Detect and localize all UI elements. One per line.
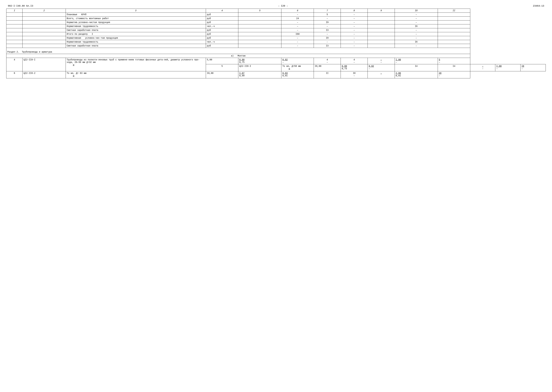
r11-c1: 5 <box>206 64 238 71</box>
r5-c3: Сметная заработная плата <box>66 28 206 32</box>
r7-c11 <box>438 36 470 40</box>
row-planovye: Плановые НУЧП руб – 5 – – <box>7 13 546 17</box>
main-table: I 2 3 4 5 6 7 8 9 IO II Плановые НУЧП ру… <box>6 9 546 78</box>
header-right: 23464–13 <box>533 5 544 7</box>
page-header: 902-I-I48.88 Ал.I3 – I20 – 23464–13 <box>6 5 546 7</box>
r10-c9: –– <box>368 58 395 64</box>
r7-c7: I9 <box>314 36 341 40</box>
r8-c9 <box>368 40 395 44</box>
r7-c2 <box>22 36 66 40</box>
col-header-8: 8 <box>341 9 368 13</box>
r6-c11 <box>438 32 470 36</box>
r4-c6: – <box>281 24 314 28</box>
r4-c3: Нормативная трудоемкость <box>66 24 206 28</box>
r1-c3: Плановые НУЧП <box>66 13 206 17</box>
r7-c4: руб <box>206 36 238 40</box>
col-header-11: II <box>438 9 470 13</box>
r1-c11 <box>438 13 470 17</box>
r12-c11: 20– <box>438 71 470 78</box>
r11-c3: То же, Д=50 мм М <box>281 64 314 71</box>
r12-c10: 2,000,0I <box>395 71 438 78</box>
r6-c1 <box>7 32 22 36</box>
r11-c4: I8,00 <box>314 64 341 71</box>
r2-c4: руб <box>206 17 238 21</box>
r10-c5: 0,800,75 <box>238 58 281 64</box>
header-center: – I20 – <box>278 5 288 7</box>
r1-c6: – <box>281 13 314 17</box>
r10-c2: ЦI2-II8-I <box>22 58 66 71</box>
r10-c4: 5,00 <box>206 58 238 64</box>
row-normativ-usl: Норматив.условно–чистая продукция руб – … <box>7 21 546 24</box>
r11-c2: ЦI2-II8-I <box>238 64 281 71</box>
r9-c2 <box>22 44 66 48</box>
r3-c1 <box>7 21 22 24</box>
r3-c8: – <box>341 21 368 24</box>
r8-c5 <box>238 40 281 44</box>
r6-c4: руб <box>206 32 238 36</box>
r6-c10: – <box>395 32 438 36</box>
r12-c8: I0– <box>341 71 368 78</box>
header-left: 902-I-I48.88 Ал.I3 <box>8 5 33 7</box>
r4-c5 <box>238 24 281 28</box>
r5-c8: – <box>341 28 368 32</box>
section2-label-row: Раздел 2. Трубопроводы и арматура <box>7 48 546 54</box>
r4-c1 <box>7 24 22 28</box>
r3-c7: I9 <box>314 21 341 24</box>
r6-c9 <box>368 32 395 36</box>
r6-c5 <box>238 32 281 36</box>
r6-c6: I60 <box>281 32 314 36</box>
r9-c1 <box>7 44 22 48</box>
col-header-1: I <box>7 9 22 13</box>
r10-c10: I,00– <box>395 58 438 64</box>
r9-c6: – <box>281 44 314 48</box>
r9-c10: – <box>395 44 438 48</box>
r5-c10: – <box>395 28 438 32</box>
r10-c7: 4– <box>314 58 341 64</box>
r3-c11 <box>438 21 470 24</box>
r2-c2 <box>22 17 66 21</box>
r4-c7: – <box>314 24 341 28</box>
column-headers: I 2 3 4 5 6 7 8 9 IO II <box>7 9 546 13</box>
row-itogo: Итого по разделу I руб I60 – – – <box>7 32 546 36</box>
r5-c5 <box>238 28 281 32</box>
r8-c1 <box>7 40 22 44</box>
row-smetnaya2: Сметная заработная плата руб – I3 – – <box>7 44 546 48</box>
r2-c8: – <box>341 17 368 21</box>
r12-c6: 0,030,0I <box>281 71 314 78</box>
col-header-9: 9 <box>368 9 395 13</box>
r12-c2: ЦI2-II8-2 <box>22 71 66 78</box>
r9-c8: – <box>341 44 368 48</box>
r2-c6: 24 <box>281 17 314 21</box>
col-header-2: 2 <box>22 9 66 13</box>
r11-c8: I4 <box>438 64 470 71</box>
r12-c9: – <box>368 71 395 78</box>
r11-c7: I4 <box>395 64 438 71</box>
r8-c4: чел.–ч <box>206 40 238 44</box>
r4-c11 <box>438 24 470 28</box>
row-vsego: Всего, стоимость монтажных работ руб 24 … <box>7 17 546 21</box>
r1-c1 <box>7 13 22 17</box>
col-header-10: IO <box>395 9 438 13</box>
r9-c9 <box>368 44 395 48</box>
r10-c3: Трубопроводы из полиэти-леновых труб с п… <box>66 58 206 71</box>
r2-c10: – <box>395 17 438 21</box>
r8-c6: – <box>281 40 314 44</box>
r6-c7: – <box>314 32 341 36</box>
r6-c3: Итого по разделу I <box>66 32 206 36</box>
r9-c3: Сметная заработная плата <box>66 44 206 48</box>
sublabel-a: а) Монтаж <box>7 54 470 58</box>
r4-c8: – <box>341 24 368 28</box>
r3-c4: руб <box>206 21 238 24</box>
r12-c7: II <box>314 71 341 78</box>
r8-c11 <box>438 40 470 44</box>
r8-c10: I6 <box>395 40 438 44</box>
r8-c2 <box>22 40 66 44</box>
r12-c4: I0,00 <box>206 71 238 78</box>
r1-c7: 5 <box>314 13 341 17</box>
r11-c9: –– <box>470 64 495 71</box>
r7-c10: – <box>395 36 438 40</box>
r5-c11 <box>438 28 470 32</box>
col-header-5: 5 <box>238 9 281 13</box>
r3-c10: – <box>395 21 438 24</box>
r7-c6: – <box>281 36 314 40</box>
